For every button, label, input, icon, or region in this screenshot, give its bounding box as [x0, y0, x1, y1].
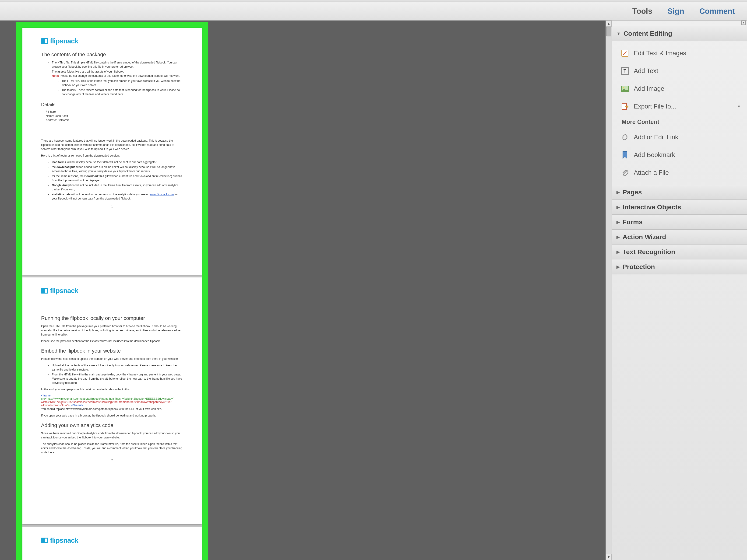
section-label: Interactive Objects [623, 204, 681, 211]
embed-step-1: Upload all the contents of the assets fo… [48, 363, 183, 372]
svg-point-4 [623, 87, 624, 88]
details-name: Name: John Scott [46, 114, 183, 118]
section-action-wizard[interactable]: ▶Action Wizard [612, 230, 747, 244]
section-interactive-objects[interactable]: ▶Interactive Objects [612, 200, 747, 215]
page2-p3: Please follow the next steps to upload t… [41, 357, 183, 361]
embed-code-block: <iframe src="http://www.mydomain.com/pat… [41, 394, 183, 407]
cmd-add-bookmark[interactable]: Add Bookmark [614, 146, 745, 164]
svg-text:T: T [623, 69, 626, 74]
pdf-page-2: flipsnack Running the flipbook locally o… [22, 277, 202, 524]
details-heading: Details: [41, 102, 183, 107]
section-pages[interactable]: ▶Pages [612, 185, 747, 200]
chevron-right-icon: ▶ [617, 190, 620, 195]
chevron-down-icon: ▼ [617, 31, 621, 36]
cmd-add-link[interactable]: Add or Edit Link [614, 128, 745, 146]
brand-logo: flipsnack [41, 536, 183, 544]
page1-para-limits: There are however some features that wil… [41, 139, 183, 151]
section-label: Forms [623, 218, 643, 226]
brand-logo: flipsnack [41, 287, 183, 295]
page1-heading1: The contents of the package [41, 52, 183, 58]
chevron-right-icon: ▶ [617, 205, 620, 210]
cmd-label: Attach a File [634, 169, 669, 177]
section-label: Protection [623, 263, 655, 271]
section-protection[interactable]: ▶Protection [612, 260, 747, 274]
cmd-label: Add or Edit Link [634, 134, 678, 141]
scroll-down-button[interactable]: ▼ [606, 554, 612, 560]
page2-p8: The analytics code should be placed insi… [41, 442, 183, 455]
add-image-icon [620, 84, 629, 93]
removed-feature-5: statistics data will not be sent to our … [48, 192, 183, 201]
chevron-right-icon: ▶ [617, 264, 620, 269]
edit-text-images-icon [620, 49, 629, 58]
pane-options-icon[interactable]: ▾ [741, 21, 746, 25]
link-icon [620, 133, 629, 142]
flipsnack-icon [41, 538, 48, 543]
page1-para-list-intro: Here is a list of features removed from … [41, 154, 183, 158]
section-label: Text Recognition [623, 248, 675, 256]
tools-pane: ▾ ▼ Content Editing Edit Text & Images T [612, 21, 747, 560]
cmd-label: Export File to... [634, 103, 676, 110]
tools-tab[interactable]: Tools [625, 2, 660, 20]
brand-logo: flipsnack [41, 37, 183, 45]
sign-tab[interactable]: Sign [660, 2, 692, 20]
export-file-icon [620, 102, 629, 111]
cmd-label: Add Text [634, 68, 658, 75]
window-titlebar [0, 0, 747, 2]
page2-p5: You should replace http://www.mydomain.c… [41, 407, 183, 411]
chevron-right-icon: ▶ [617, 235, 620, 240]
add-text-icon: T [620, 66, 629, 76]
submenu-chevron-icon: ▾ [738, 104, 740, 109]
cmd-add-text[interactable]: T Add Text [614, 62, 745, 80]
section-label: Action Wizard [623, 233, 666, 241]
brand-name: flipsnack [50, 37, 78, 45]
pkg-item-html: The HTML file. This simple HTML file con… [48, 60, 183, 69]
pdf-page-1: flipsnack The contents of the package Th… [22, 28, 202, 275]
pkg-item-folders: The folders. These folders contain all t… [58, 88, 183, 96]
scroll-up-button[interactable]: ▲ [606, 21, 612, 27]
chevron-right-icon: ▶ [617, 219, 620, 225]
top-tabs: Tools Sign Comment [0, 2, 747, 21]
cmd-attach-file[interactable]: Attach a File [614, 164, 745, 182]
vertical-scrollbar[interactable]: ▲ ▼ [606, 21, 612, 560]
pkg-item-iframe: The HTML file. This is the iframe that y… [58, 79, 183, 87]
more-content-heading: More Content [617, 115, 741, 127]
brand-name: flipsnack [50, 536, 78, 544]
section-text-recognition[interactable]: ▶Text Recognition [612, 244, 747, 260]
removed-feature-2: the download pdf button added from our o… [48, 165, 183, 174]
section-forms[interactable]: ▶Forms [612, 215, 747, 230]
cmd-label: Edit Text & Images [634, 50, 686, 57]
document-viewer[interactable]: flipsnack The contents of the package Th… [0, 21, 612, 560]
section-label: Content Editing [623, 30, 672, 37]
page2-heading2: Embed the flipbook in your website [41, 348, 183, 354]
page2-heading3: Adding your own analytics code [41, 422, 183, 428]
flipsnack-icon [41, 288, 48, 294]
page2-heading1: Running the flipbook locally on your com… [41, 315, 183, 321]
page2-p1: Open the HTML file from the package into… [41, 324, 183, 337]
cmd-export-file[interactable]: Export File to... ▾ [614, 98, 745, 115]
cmd-label: Add Bookmark [634, 152, 675, 159]
scroll-thumb[interactable] [606, 27, 611, 36]
page-number-2: 2 [41, 459, 183, 462]
scroll-track[interactable] [606, 27, 612, 554]
bookmark-icon [620, 150, 629, 160]
cmd-label: Add Image [634, 85, 664, 92]
comment-tab[interactable]: Comment [692, 2, 742, 20]
flipsnack-icon [41, 38, 48, 44]
removed-feature-1: lead forms will not display because thei… [48, 160, 183, 164]
cmd-add-image[interactable]: Add Image [614, 80, 745, 98]
cmd-edit-text-images[interactable]: Edit Text & Images [614, 44, 745, 62]
removed-feature-3: for the same reasons, the Download files… [48, 174, 183, 183]
pkg-item-assets: The assets folder. Here are all the asse… [48, 70, 183, 96]
brand-name: flipsnack [50, 287, 78, 295]
details-fill: Fill here: [46, 110, 183, 114]
page-number-1: 1 [41, 205, 183, 208]
section-label: Pages [623, 189, 642, 196]
chevron-right-icon: ▶ [617, 249, 620, 255]
details-address: Address: California [46, 118, 183, 122]
paperclip-icon [620, 168, 629, 177]
page-thumbnail-highlight: flipsnack The contents of the package Th… [16, 22, 208, 560]
page2-p2: Please see the previous section for the … [41, 339, 183, 343]
page2-p4: In the end, your web page should contain… [41, 387, 183, 392]
section-content-editing[interactable]: ▼ Content Editing [612, 26, 747, 41]
page2-p7: Since we have removed our Google Analyti… [41, 431, 183, 439]
